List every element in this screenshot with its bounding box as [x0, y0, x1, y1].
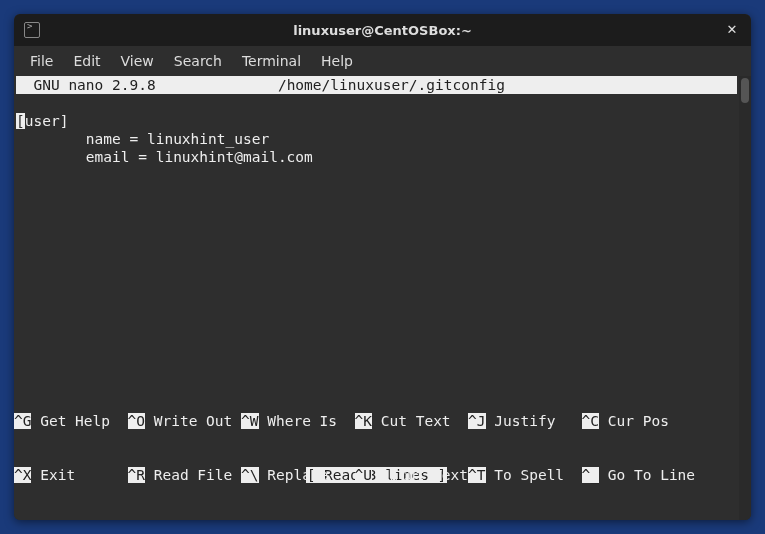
hk-replace: ^\: [241, 467, 258, 483]
terminal-window: linuxuser@CentOSBox:~ ✕ File Edit View S…: [14, 14, 751, 520]
hk-whereis: ^W: [241, 413, 258, 429]
nano-header-spacer: [156, 77, 278, 93]
nano-header-pad: [505, 77, 737, 93]
hk-gotoline-label: Go To Line: [608, 467, 695, 483]
hk-replace-label: Replace: [267, 467, 328, 483]
titlebar[interactable]: linuxuser@CentOSBox:~ ✕: [14, 14, 751, 46]
window-title: linuxuser@CentOSBox:~: [14, 23, 751, 38]
hk-justify: ^J: [468, 413, 485, 429]
hk-uncut: ^U: [355, 467, 372, 483]
content-line-3: email = linuxhint@mail.com: [16, 149, 313, 165]
nano-shortcut-bar: ^G Get Help ^O Write Out ^W Where Is ^K …: [14, 376, 739, 520]
hk-readfile: ^R: [128, 467, 145, 483]
menu-view[interactable]: View: [111, 49, 164, 73]
hk-writeout-label: Write Out: [154, 413, 233, 429]
hk-uncut-label: Uncut Text: [381, 467, 468, 483]
content-line-2: name = linuxhint_user: [16, 131, 269, 147]
hk-readfile-label: Read File: [154, 467, 233, 483]
hk-gotoline: ^_: [582, 467, 599, 483]
hk-writeout: ^O: [128, 413, 145, 429]
hk-exit-label: Exit: [40, 467, 75, 483]
menu-help[interactable]: Help: [311, 49, 363, 73]
hk-tospell: ^T: [468, 467, 485, 483]
hk-curpos: ^C: [582, 413, 599, 429]
hk-cut: ^K: [355, 413, 372, 429]
hk-exit: ^X: [14, 467, 31, 483]
menu-edit[interactable]: Edit: [63, 49, 110, 73]
terminal-area[interactable]: GNU nano 2.9.8 /home/linuxuser/.gitconfi…: [14, 76, 751, 520]
scrollbar[interactable]: [739, 76, 751, 520]
menubar: File Edit View Search Terminal Help: [14, 46, 751, 76]
shortcut-row-2: ^X Exit ^R Read File ^\ Replace ^U Uncut…: [14, 466, 739, 484]
hk-help-label: Get Help: [40, 413, 110, 429]
hk-cut-label: Cut Text: [381, 413, 451, 429]
menu-file[interactable]: File: [20, 49, 63, 73]
cursor: [: [16, 113, 25, 129]
editor-content[interactable]: [user] name = linuxhint_user email = lin…: [16, 94, 749, 166]
nano-version: GNU nano 2.9.8: [16, 77, 156, 93]
content-line-1: user]: [25, 113, 69, 129]
menu-search[interactable]: Search: [164, 49, 232, 73]
close-icon[interactable]: ✕: [723, 21, 741, 39]
hk-curpos-label: Cur Pos: [608, 413, 669, 429]
nano-file-path: /home/linuxuser/.gitconfig: [278, 77, 505, 93]
hk-tospell-label: To Spell: [494, 467, 564, 483]
menu-terminal[interactable]: Terminal: [232, 49, 311, 73]
hk-justify-label: Justify: [494, 413, 555, 429]
hk-help: ^G: [14, 413, 31, 429]
hk-whereis-label: Where Is: [267, 413, 337, 429]
nano-header: GNU nano 2.9.8 /home/linuxuser/.gitconfi…: [16, 76, 737, 94]
shortcut-row-1: ^G Get Help ^O Write Out ^W Where Is ^K …: [14, 412, 739, 430]
scrollbar-thumb[interactable]: [741, 78, 749, 103]
